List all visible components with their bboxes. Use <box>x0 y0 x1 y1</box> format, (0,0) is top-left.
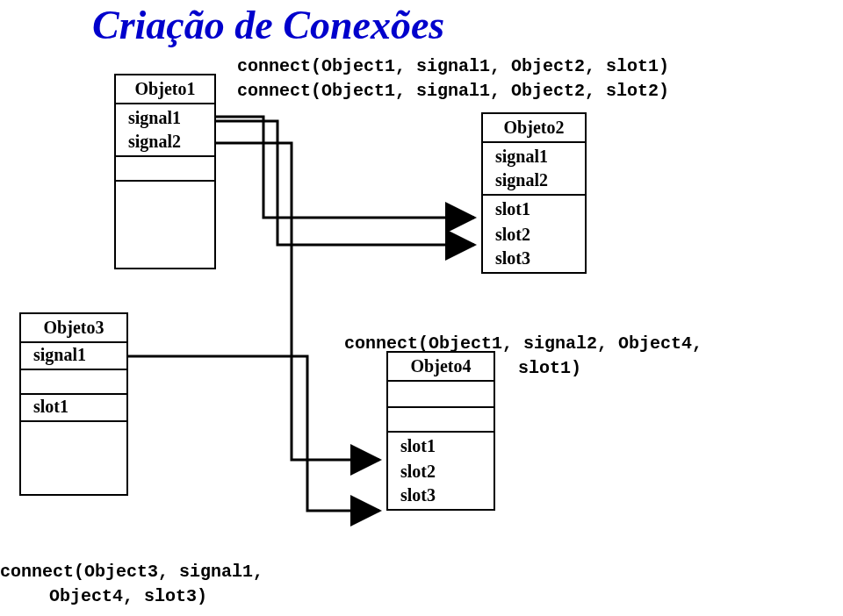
arrow-obj1-sig1-obj2-slot1 <box>216 117 474 218</box>
arrow-obj1-sig2-obj4-slot1 <box>216 143 379 460</box>
connect-call-4-line2: Object4, slot3) <box>49 586 207 606</box>
object3-slot1: slot1 <box>21 395 126 420</box>
object2-header: Objeto2 <box>483 114 585 143</box>
connect-call-4-line1: connect(Object3, signal1, <box>0 562 263 582</box>
connect-call-1: connect(Object1, signal1, Object2, slot1… <box>237 56 669 76</box>
object2-signal1: signal1 <box>483 143 585 168</box>
object2-signal2: signal2 <box>483 168 585 194</box>
object3-header: Objeto3 <box>21 314 126 343</box>
object2-slot1: slot1 <box>483 196 585 221</box>
object2-box: Objeto2 signal1 signal2 slot1 slot2 slot… <box>481 112 587 274</box>
object4-slot3: slot3 <box>388 483 494 509</box>
object4-box: Objeto4 slot1 slot2 slot3 <box>386 351 495 511</box>
object1-box: Objeto1 signal1 signal2 <box>114 74 216 269</box>
object4-slot2: slot2 <box>388 458 494 483</box>
object1-header: Objeto1 <box>116 75 214 104</box>
object1-signal1: signal1 <box>116 104 214 130</box>
diagram-title: Criação de Conexões <box>92 2 444 48</box>
object3-box: Objeto3 signal1 slot1 <box>19 312 128 496</box>
arrow-obj1-sig1-obj2-slot2 <box>216 121 474 245</box>
object1-signal2: signal2 <box>116 130 214 155</box>
arrow-obj3-sig1-obj4-slot3 <box>128 356 379 511</box>
object2-slot2: slot2 <box>483 221 585 247</box>
object4-slot1: slot1 <box>388 433 494 458</box>
object3-signal1: signal1 <box>21 343 126 369</box>
object4-header: Objeto4 <box>388 353 494 382</box>
connect-call-2: connect(Object1, signal1, Object2, slot2… <box>237 81 669 101</box>
connect-call-3-line2: slot1) <box>518 358 581 378</box>
object2-slot3: slot3 <box>483 247 585 272</box>
